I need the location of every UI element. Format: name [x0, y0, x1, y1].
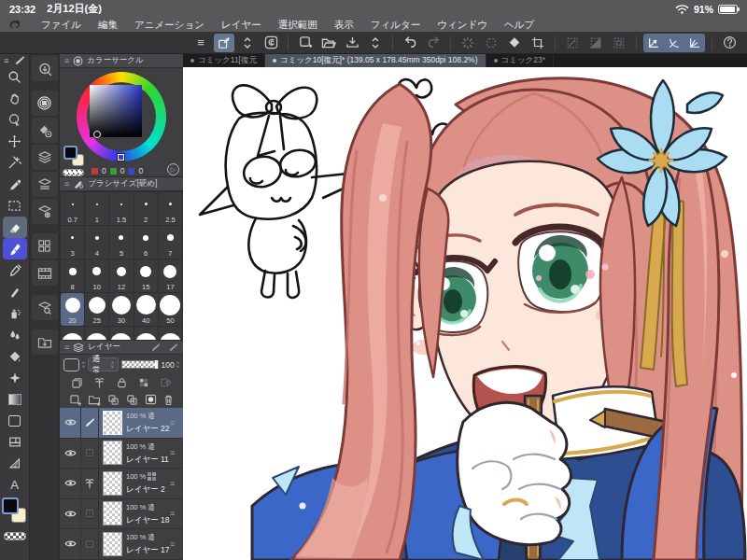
- layer-panel-menu-icon[interactable]: ≡: [64, 343, 69, 352]
- airbrush-tool[interactable]: [3, 302, 27, 324]
- pen-tool[interactable]: [3, 238, 27, 259]
- layer-property-palette-icon[interactable]: [32, 172, 58, 197]
- menu-edit[interactable]: 編集: [98, 19, 118, 32]
- selection-tool[interactable]: [3, 195, 27, 217]
- frame-border-tool[interactable]: [3, 431, 27, 453]
- color-mode-switch-icon[interactable]: ▷: [167, 163, 179, 175]
- color-circle-palette-icon[interactable]: [32, 91, 58, 116]
- layer-row-17[interactable]: 100 %通レイヤー 17 ≡: [60, 529, 183, 560]
- menu-selection[interactable]: 選択範囲: [278, 19, 317, 32]
- undo-button[interactable]: [400, 34, 420, 52]
- new-canvas-button[interactable]: [295, 34, 316, 52]
- palette-tab-pen-icon[interactable]: [150, 343, 161, 352]
- layer-checkbox[interactable]: [86, 510, 93, 517]
- palette-tab-pen2-icon[interactable]: [168, 343, 178, 352]
- brush-size-0.7[interactable]: 0.7: [61, 192, 84, 225]
- layer-drag-handle[interactable]: ≡: [170, 509, 183, 518]
- foreground-color-swatch[interactable]: [2, 497, 19, 514]
- layer-row-2[interactable]: 100 %レイヤー 2 ≡: [60, 469, 183, 499]
- hue-cursor[interactable]: [118, 154, 124, 161]
- auto-select-tool[interactable]: [3, 152, 27, 174]
- brush-size-1[interactable]: 1: [85, 192, 108, 225]
- delete-layer-icon[interactable]: [163, 394, 174, 406]
- visibility-eye-icon[interactable]: [64, 449, 77, 457]
- brush-size-17[interactable]: 17: [159, 259, 182, 292]
- hand-tool[interactable]: [3, 88, 27, 109]
- save-chevrons[interactable]: [365, 34, 386, 52]
- brush-size-40[interactable]: 40: [134, 293, 158, 326]
- new-layer-icon[interactable]: [69, 394, 81, 406]
- brush-size-7[interactable]: 7: [159, 226, 182, 259]
- brush-tool[interactable]: [3, 281, 27, 302]
- tab-comic23[interactable]: コミック23*: [486, 54, 555, 67]
- material-palette-icon[interactable]: [32, 233, 58, 259]
- transfer-layer-icon[interactable]: [107, 394, 120, 406]
- transparent-color-chip[interactable]: [4, 532, 26, 540]
- opacity-slider[interactable]: [121, 360, 159, 369]
- visibility-eye-icon[interactable]: [64, 539, 77, 548]
- object-tool[interactable]: [3, 109, 27, 131]
- visibility-eye-icon[interactable]: [64, 418, 77, 427]
- brush-size-large[interactable]: [61, 327, 84, 341]
- tool-property-button[interactable]: [214, 34, 234, 52]
- decoration-tool[interactable]: [3, 367, 27, 388]
- brush-size-10[interactable]: 10: [85, 259, 108, 292]
- blend-tool[interactable]: [3, 324, 27, 345]
- brush-size-25[interactable]: 25: [85, 293, 108, 326]
- opacity-chevrons-icon[interactable]: ˄˅: [176, 361, 179, 369]
- clip-studio-app-button[interactable]: [261, 34, 281, 52]
- deselect-icon[interactable]: [562, 34, 583, 52]
- invert-selection-icon[interactable]: [585, 34, 606, 52]
- brush-size-1.5[interactable]: 1.5: [109, 192, 133, 225]
- brush-size-20-selected[interactable]: 20: [61, 293, 84, 326]
- move-layer-tool[interactable]: [3, 131, 27, 152]
- brush-size-50[interactable]: 50: [159, 293, 182, 326]
- redo-button[interactable]: [423, 34, 444, 52]
- layer-checkbox[interactable]: [86, 540, 93, 548]
- save-button[interactable]: [342, 34, 362, 52]
- brush-size-30[interactable]: 30: [109, 293, 133, 326]
- brush-size-2[interactable]: 2: [134, 192, 158, 225]
- layer-checkbox[interactable]: [86, 449, 93, 456]
- menu-file[interactable]: ファイル: [41, 19, 81, 32]
- clear-layer-icon[interactable]: [481, 34, 501, 52]
- tab-comic10-active[interactable]: コミック10[復元]* (139.05 x 178.45mm 350dpi 10…: [265, 54, 486, 67]
- layer-drag-handle[interactable]: ≡: [170, 448, 183, 457]
- selection-border-icon[interactable]: [609, 34, 629, 52]
- thumb-chevrons-icon[interactable]: ˄˅: [82, 361, 85, 369]
- brush-size-4[interactable]: 4: [85, 226, 108, 259]
- layer-thumbnail-chip[interactable]: [63, 358, 79, 371]
- crop-canvas-icon[interactable]: [528, 34, 548, 52]
- fill-icon[interactable]: [504, 34, 525, 52]
- ruler-tool[interactable]: [3, 453, 27, 474]
- lock-icon[interactable]: [117, 377, 127, 388]
- eraser-tool[interactable]: [3, 217, 27, 238]
- tab-comic11[interactable]: コミック11[復元: [183, 54, 265, 67]
- timeline-palette-icon[interactable]: [32, 260, 58, 286]
- new-folder-icon[interactable]: [88, 394, 101, 406]
- layer-row-22[interactable]: 100 %通レイヤー 22 ≡: [60, 408, 183, 439]
- layer-thumbnail[interactable]: [103, 471, 122, 496]
- enable-mask-icon[interactable]: [160, 377, 172, 388]
- subtool-palette-icon[interactable]: [32, 118, 58, 143]
- snap-to-ruler-button[interactable]: [643, 34, 664, 52]
- expand-chevrons[interactable]: [237, 34, 258, 52]
- text-tool[interactable]: A: [3, 474, 27, 496]
- brush-size-2.5[interactable]: 2.5: [159, 192, 182, 225]
- visibility-eye-icon[interactable]: [64, 510, 77, 518]
- open-file-button[interactable]: [318, 34, 339, 52]
- layer-drag-handle[interactable]: ≡: [170, 418, 183, 427]
- pencil-tool[interactable]: [3, 259, 27, 281]
- brush-size-large[interactable]: [85, 327, 108, 341]
- layer-thumbnail[interactable]: [103, 441, 122, 465]
- layer-row-11[interactable]: 100 %通レイヤー 11 ≡: [60, 439, 183, 469]
- menu-filter[interactable]: フィルター: [371, 19, 420, 32]
- brush-size-8[interactable]: 8: [61, 259, 84, 292]
- menu-window[interactable]: ウィンドウ: [437, 19, 487, 32]
- layer-mask-icon[interactable]: [145, 394, 157, 405]
- sv-cursor[interactable]: [93, 131, 101, 138]
- layer-thumbnail[interactable]: [103, 501, 122, 525]
- layer-palette-icon[interactable]: [32, 145, 58, 170]
- quick-access-icon[interactable]: [32, 56, 58, 81]
- help-button[interactable]: [719, 34, 740, 52]
